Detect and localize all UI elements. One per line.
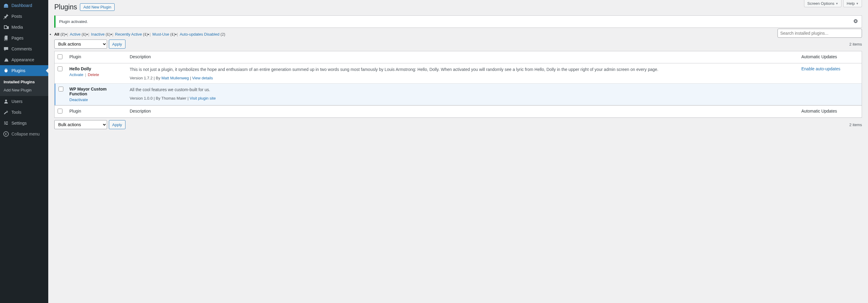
view-details-link[interactable]: View details	[192, 76, 213, 80]
filter-all[interactable]: All	[54, 32, 59, 36]
sidebar-item-label: Comments	[11, 47, 32, 51]
tools-icon	[3, 109, 9, 115]
appearance-icon	[3, 57, 9, 63]
sidebar-item-settings[interactable]: Settings	[0, 118, 48, 128]
sidebar-item-label: Pages	[11, 36, 24, 40]
filter-count: (2)	[220, 32, 225, 36]
tablenav-top: Bulk actions Apply 2 items	[54, 39, 862, 49]
filter-inactive[interactable]: Inactive	[91, 32, 105, 36]
delete-link[interactable]: Delete	[88, 72, 99, 77]
sidebar-item-label: Collapse menu	[11, 131, 39, 137]
search-box	[777, 29, 862, 38]
select-all-checkbox-bottom[interactable]	[58, 109, 62, 114]
meta-version: Version 1.0.0 | By Thomas Maier |	[130, 96, 190, 100]
sidebar-item-plugins[interactable]: Plugins	[0, 65, 48, 76]
chevron-down-icon: ▼	[835, 2, 838, 5]
comments-icon	[3, 46, 9, 52]
meta-sep: |	[189, 76, 192, 80]
dismiss-notice-button[interactable]	[853, 19, 858, 25]
tablenav-bottom: Bulk actions Apply 2 items	[54, 120, 862, 129]
item-count: 2 items	[849, 42, 862, 47]
sidebar-item-label: Media	[11, 25, 23, 30]
bulk-action-select[interactable]: Bulk actions	[54, 39, 107, 49]
screen-options-button[interactable]: Screen Options ▼	[804, 0, 842, 7]
row-actions: Deactivate	[69, 97, 124, 102]
bulk-apply-button-bottom[interactable]: Apply	[109, 120, 125, 129]
users-icon	[3, 98, 9, 104]
dashboard-icon	[3, 2, 9, 8]
settings-icon	[3, 120, 9, 126]
column-description[interactable]: Description	[127, 105, 798, 117]
close-icon	[853, 19, 858, 24]
sidebar-item-comments[interactable]: Comments	[0, 43, 48, 54]
notice-success: Plugin activated.	[54, 16, 862, 28]
bulk-apply-button[interactable]: Apply	[109, 39, 125, 49]
collapse-icon	[3, 131, 9, 137]
sidebar-item-label: Dashboard	[11, 3, 32, 8]
row-checkbox[interactable]	[59, 87, 63, 91]
help-button[interactable]: Help ▼	[843, 0, 862, 7]
sidebar-item-label: Tools	[11, 110, 22, 115]
bulk-actions: Bulk actions Apply	[54, 39, 125, 49]
column-auto-updates[interactable]: Automatic Updates	[798, 105, 862, 117]
column-auto-updates[interactable]: Automatic Updates	[798, 51, 862, 63]
sidebar-item-media[interactable]: Media	[0, 22, 48, 33]
filter-must-use[interactable]: Must-Use	[152, 32, 169, 36]
screen-meta-tabs: Screen Options ▼ Help ▼	[804, 0, 862, 7]
add-new-plugin-button[interactable]: Add New Plugin	[80, 3, 115, 11]
column-plugin[interactable]: Plugin	[66, 105, 127, 117]
column-description[interactable]: Description	[127, 51, 798, 63]
filter-active[interactable]: Active	[70, 32, 81, 36]
search-input[interactable]	[777, 29, 862, 38]
select-all-checkbox[interactable]	[58, 54, 62, 59]
sidebar-item-appearance[interactable]: Appearance	[0, 54, 48, 65]
sidebar-item-label: Users	[11, 99, 23, 104]
meta-version: Version 1.7.2 | By	[130, 76, 161, 80]
svg-point-0	[4, 131, 8, 137]
row-checkbox[interactable]	[58, 66, 62, 71]
item-count-bottom: 2 items	[849, 123, 862, 127]
table-row: Hello Dolly Activate | Delete This is no…	[55, 63, 862, 84]
content-area: Screen Options ▼ Help ▼ Plugins Add New …	[48, 0, 868, 303]
enable-auto-updates-link[interactable]: Enable auto-updates	[801, 66, 840, 71]
plugin-name: WP Mayor Custom Function	[69, 87, 124, 96]
sidebar-item-dashboard[interactable]: Dashboard	[0, 0, 48, 11]
sidebar-collapse[interactable]: Collapse menu	[0, 128, 48, 140]
filter-auto-updates-disabled[interactable]: Auto-updates Disabled	[180, 32, 220, 36]
sidebar-item-posts[interactable]: Posts	[0, 11, 48, 22]
notice-text: Plugin activated.	[59, 19, 88, 24]
bulk-action-select-bottom[interactable]: Bulk actions	[54, 120, 107, 129]
row-actions: Activate | Delete	[69, 72, 124, 77]
plugin-description: All the cool features we custom-built fo…	[130, 87, 795, 93]
pin-icon	[3, 13, 9, 19]
bulk-actions-bottom: Bulk actions Apply	[54, 120, 125, 129]
plugin-meta: Version 1.7.2 | By Matt Mullenweg | View…	[130, 76, 795, 80]
sidebar-item-tools[interactable]: Tools	[0, 107, 48, 118]
plugin-meta: Version 1.0.0 | By Thomas Maier | Visit …	[130, 96, 795, 100]
page-header: Plugins Add New Plugin	[54, 0, 862, 11]
author-link[interactable]: Matt Mullenweg	[161, 76, 189, 80]
plugin-icon	[3, 68, 9, 73]
admin-sidebar: Dashboard Posts Media Pages Comments App…	[0, 0, 48, 303]
chevron-down-icon: ▼	[856, 2, 859, 5]
page-title: Plugins	[54, 3, 77, 11]
help-label: Help	[846, 1, 855, 6]
visit-plugin-site-link[interactable]: Visit plugin site	[190, 96, 216, 100]
plugin-name: Hello Dolly	[69, 66, 124, 71]
plugins-table: Plugin Description Automatic Updates Hel…	[54, 51, 862, 118]
sidebar-item-users[interactable]: Users	[0, 96, 48, 107]
sidebar-item-pages[interactable]: Pages	[0, 33, 48, 43]
sidebar-item-label: Posts	[11, 14, 22, 19]
sidebar-item-label: Appearance	[11, 57, 34, 62]
pages-icon	[3, 35, 9, 41]
activate-link[interactable]: Activate	[69, 72, 83, 77]
sidebar-item-label: Plugins	[11, 68, 25, 73]
deactivate-link[interactable]: Deactivate	[69, 97, 88, 102]
plugin-description: This is not just a plugin, it symbolizes…	[130, 66, 795, 73]
filter-recently-active[interactable]: Recently Active	[115, 32, 142, 36]
submenu-add-new-plugin[interactable]: Add New Plugin	[0, 86, 48, 94]
sidebar-item-label: Settings	[11, 121, 27, 125]
submenu-installed-plugins[interactable]: Installed Plugins	[0, 78, 48, 86]
media-icon	[3, 24, 9, 30]
column-plugin[interactable]: Plugin	[66, 51, 127, 63]
